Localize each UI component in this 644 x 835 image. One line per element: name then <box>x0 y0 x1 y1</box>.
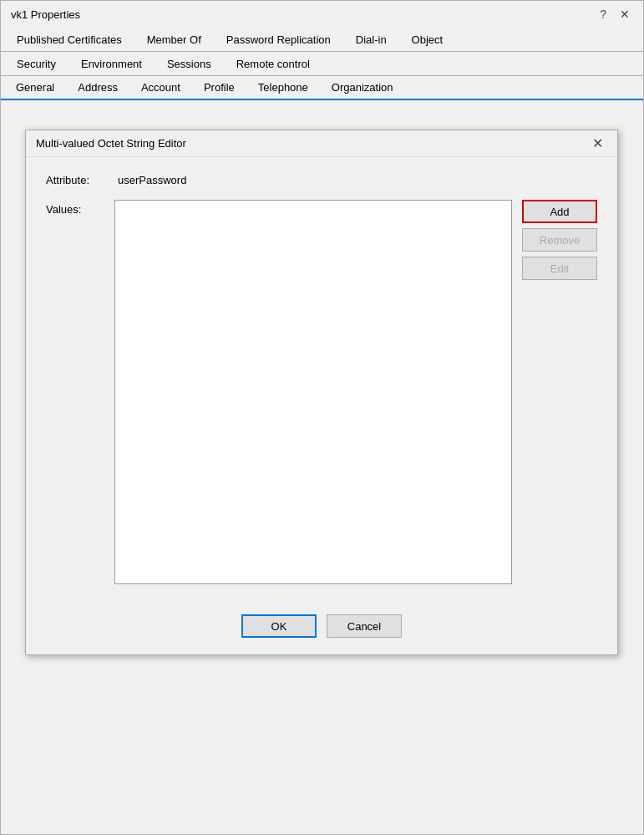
tab-row-2: Security Environment Sessions Remote con… <box>1 52 643 76</box>
values-label: Values: <box>46 200 104 216</box>
tab-row-3: General Address Account Profile Telephon… <box>1 76 643 100</box>
tab-security[interactable]: Security <box>4 52 68 75</box>
attribute-value: userPassword <box>118 174 186 186</box>
bg-help-button[interactable]: ? <box>596 8 610 21</box>
tab-profile[interactable]: Profile <box>192 76 246 99</box>
edit-button[interactable]: Edit <box>522 257 597 280</box>
tab-account[interactable]: Account <box>129 76 192 99</box>
values-listbox[interactable] <box>114 200 512 584</box>
tab-published-certificates[interactable]: Published Certificates <box>4 28 134 51</box>
dialog-title: Multi-valued Octet String Editor <box>36 137 186 150</box>
dialog-close-button[interactable]: ✕ <box>587 134 607 154</box>
attribute-row: Attribute: userPassword <box>46 174 597 186</box>
bg-titlebar-controls: ? ✕ <box>596 8 633 21</box>
tab-member-of[interactable]: Member Of <box>134 28 214 51</box>
tab-telephone[interactable]: Telephone <box>246 76 320 99</box>
tab-remote-control[interactable]: Remote control <box>224 52 322 75</box>
tab-sessions[interactable]: Sessions <box>155 52 224 75</box>
tab-environment[interactable]: Environment <box>68 52 155 75</box>
remove-button[interactable]: Remove <box>522 228 597 252</box>
dialog-footer: OK Cancel <box>26 601 617 654</box>
values-list-area <box>114 200 512 584</box>
cancel-button[interactable]: Cancel <box>327 614 402 638</box>
bg-close-button[interactable]: ✕ <box>616 8 633 21</box>
tab-general[interactable]: General <box>4 76 66 99</box>
dialog-content: Attribute: userPassword Values: Add Remo… <box>26 157 617 601</box>
add-button[interactable]: Add <box>522 200 597 223</box>
dialog-titlebar: Multi-valued Octet String Editor ✕ <box>26 130 617 157</box>
tab-address[interactable]: Address <box>66 76 129 99</box>
values-buttons: Add Remove Edit <box>522 200 597 280</box>
tab-password-replication[interactable]: Password Replication <box>214 28 343 51</box>
values-section: Values: Add Remove Edit <box>46 200 597 584</box>
tab-row-1: Published Certificates Member Of Passwor… <box>1 28 643 52</box>
dialog-multi-valued-editor: Multi-valued Octet String Editor ✕ Attri… <box>25 130 618 655</box>
attribute-label: Attribute: <box>46 174 104 186</box>
bg-titlebar: vk1 Properties ? ✕ <box>1 1 643 28</box>
bg-window-title: vk1 Properties <box>11 8 80 21</box>
tab-object[interactable]: Object <box>399 28 456 51</box>
tab-dial-in[interactable]: Dial-in <box>343 28 399 51</box>
ok-button[interactable]: OK <box>241 614 317 638</box>
tab-organization[interactable]: Organization <box>320 76 405 99</box>
